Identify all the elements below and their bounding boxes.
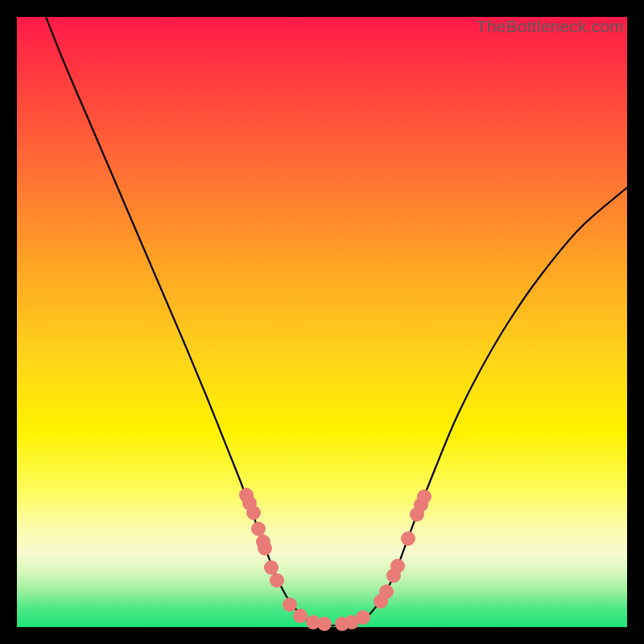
chart-plot-area: TheBottleneck.com xyxy=(17,17,627,627)
data-point-dot xyxy=(251,522,266,536)
data-point-dot xyxy=(270,573,284,588)
data-point-dot xyxy=(283,597,297,612)
data-point-dot xyxy=(293,609,308,623)
data-point-dot xyxy=(379,584,394,599)
bottleneck-curve xyxy=(46,17,627,625)
data-point-dot xyxy=(401,531,415,546)
left-dot-cluster xyxy=(239,488,332,631)
data-point-dot xyxy=(390,559,405,573)
chart-svg xyxy=(17,17,627,627)
right-dot-cluster xyxy=(335,489,431,631)
data-point-dot xyxy=(258,541,272,555)
data-point-dot xyxy=(356,610,370,625)
data-point-dot xyxy=(317,617,332,631)
data-point-dot xyxy=(417,489,431,504)
data-point-dot xyxy=(264,560,279,575)
data-point-dot xyxy=(246,506,261,520)
chart-frame: TheBottleneck.com xyxy=(0,0,644,644)
